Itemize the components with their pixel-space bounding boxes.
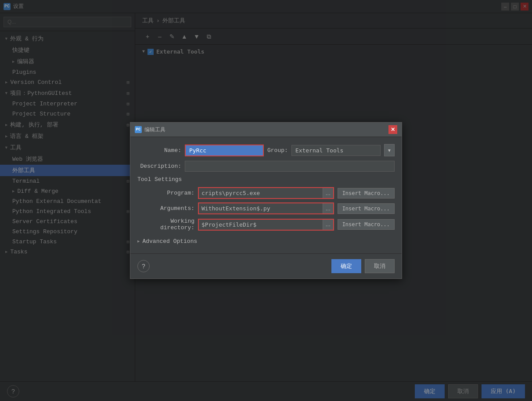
program-input[interactable]: [199, 188, 323, 198]
working-dir-insert-macro-button[interactable]: Insert Macro...: [338, 219, 395, 230]
program-row: Program: … Insert Macro...: [137, 187, 395, 199]
working-dir-input[interactable]: [199, 220, 323, 230]
modal-help-button[interactable]: ?: [137, 260, 150, 272]
description-input[interactable]: [185, 161, 395, 172]
arguments-label: Arguments:: [137, 205, 194, 212]
working-dir-label: Working directory:: [137, 218, 194, 231]
program-input-wrap: …: [198, 187, 334, 199]
group-input[interactable]: [291, 145, 381, 156]
arguments-input[interactable]: [199, 203, 323, 213]
arguments-browse-button[interactable]: …: [323, 203, 333, 213]
modal-icon: PC: [135, 126, 142, 133]
advanced-options-label: Advanced Options: [142, 238, 197, 245]
modal-action-buttons: 确定 取消: [331, 259, 395, 273]
modal-title-bar: PC 编辑工具 ✕: [130, 123, 402, 137]
tool-settings-label: Tool Settings: [137, 176, 395, 183]
modal-ok-button[interactable]: 确定: [331, 259, 361, 273]
arguments-row: Arguments: … Insert Macro...: [137, 202, 395, 214]
working-dir-row: Working directory: … Insert Macro...: [137, 218, 395, 231]
arguments-input-wrap: …: [198, 202, 334, 214]
description-row: Description:: [137, 161, 395, 172]
program-insert-macro-button[interactable]: Insert Macro...: [338, 188, 395, 199]
working-dir-browse-button[interactable]: …: [323, 220, 333, 230]
name-group-row: Name: Group: ▼: [137, 144, 395, 156]
arguments-insert-macro-button[interactable]: Insert Macro...: [338, 203, 395, 214]
program-browse-button[interactable]: …: [323, 188, 333, 198]
name-input[interactable]: [185, 145, 264, 156]
working-dir-input-wrap: …: [198, 219, 334, 231]
tool-settings-section: Tool Settings Program: … Insert Macro...…: [137, 176, 395, 246]
program-label: Program:: [137, 190, 194, 196]
group-dropdown-button[interactable]: ▼: [384, 144, 395, 156]
name-label: Name:: [137, 147, 181, 154]
modal-body: Name: Group: ▼ Description: Tool Setting…: [130, 137, 402, 253]
modal-title: 编辑工具: [144, 126, 165, 134]
modal-cancel-button[interactable]: 取消: [365, 259, 395, 273]
advanced-options[interactable]: ▶ Advanced Options: [137, 236, 395, 246]
modal-close-button[interactable]: ✕: [388, 125, 397, 134]
group-row: ▼: [291, 144, 395, 156]
modal-footer: ? 确定 取消: [130, 253, 402, 278]
adv-triangle-icon: ▶: [137, 239, 140, 244]
group-label: Group:: [267, 147, 288, 154]
edit-tool-dialog: PC 编辑工具 ✕ Name: Group: ▼ Description:: [130, 122, 402, 279]
description-label: Description:: [137, 163, 181, 170]
modal-overlay: PC 编辑工具 ✕ Name: Group: ▼ Description:: [0, 0, 532, 401]
